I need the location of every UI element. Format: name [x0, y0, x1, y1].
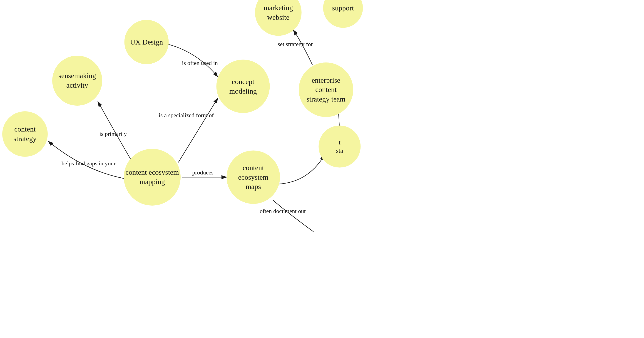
- node-label-concept-modeling: conceptmodeling: [230, 77, 257, 96]
- node-label-content-strategy: contentstrategy: [14, 124, 36, 143]
- node-label-content-ecosystem-mapping: content ecosystem mapping: [124, 168, 180, 186]
- node-label-t-sta: tsta: [336, 138, 343, 155]
- node-label-support: support: [332, 3, 354, 13]
- edge-label-helps-find-gaps: helps find gaps in your: [62, 160, 116, 167]
- edge-label-set-strategy-for: set strategy for: [278, 41, 313, 48]
- node-ux-design[interactable]: UX Design: [124, 20, 169, 64]
- node-label-enterprise: enterprisecontentstrategy team: [306, 76, 345, 104]
- node-label-ux-design: UX Design: [130, 37, 163, 47]
- node-content-strategy[interactable]: contentstrategy: [2, 111, 48, 157]
- edge-label-is-specialized-form: is a specialized form of: [159, 112, 214, 119]
- edge-label-is-often-used-in: is often used in: [182, 60, 218, 66]
- node-label-marketing-website: marketingwebsite: [264, 3, 293, 22]
- arrows-layer: [0, 0, 644, 338]
- edge-label-produces: produces: [192, 169, 214, 176]
- node-content-ecosystem-maps[interactable]: contentecosystemmaps: [227, 150, 280, 204]
- node-support[interactable]: support: [323, 0, 363, 28]
- node-t-sta[interactable]: tsta: [319, 126, 361, 168]
- node-concept-modeling[interactable]: conceptmodeling: [216, 60, 270, 113]
- node-sensemaking-activity[interactable]: sensemakingactivity: [52, 56, 102, 106]
- node-content-ecosystem-mapping[interactable]: content ecosystem mapping: [124, 149, 180, 206]
- concept-map-canvas: UX Design sensemakingactivity contentstr…: [0, 0, 644, 338]
- edge-label-often-document-our: often document our: [260, 208, 306, 215]
- node-marketing-website[interactable]: marketingwebsite: [255, 0, 302, 36]
- node-enterprise-content-strategy-team[interactable]: enterprisecontentstrategy team: [299, 62, 353, 117]
- edge-label-is-primarily: is primarily: [100, 130, 127, 138]
- node-label-sensemaking-activity: sensemakingactivity: [58, 71, 96, 90]
- node-label-content-ecosystem-maps: contentecosystemmaps: [238, 163, 268, 192]
